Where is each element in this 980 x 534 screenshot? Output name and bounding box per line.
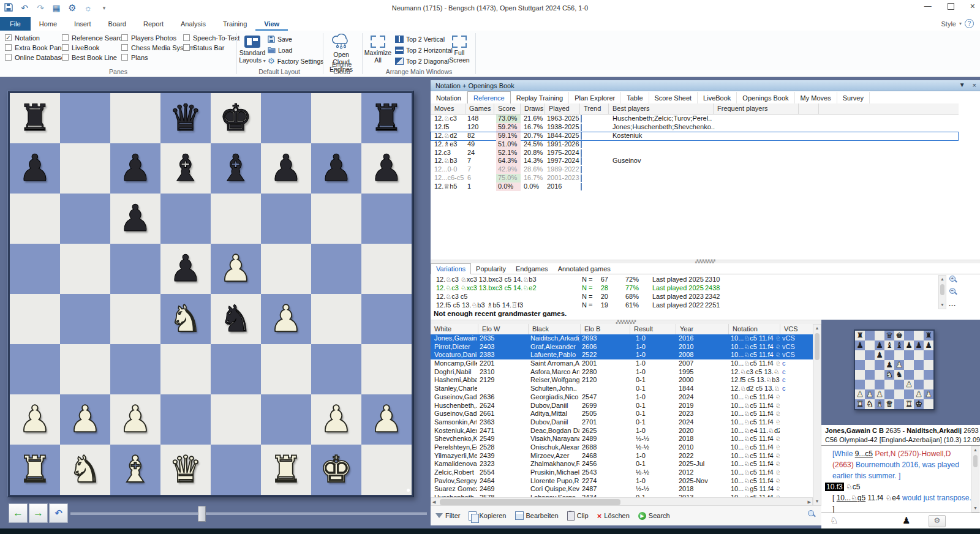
black-piece[interactable]: ♞ [894,370,904,380]
reference-row[interactable]: 12...c6-c5 6 75.0% 16.7% 2001-2023 [431,174,959,182]
square[interactable]: ♝ [894,340,904,350]
delete-button[interactable]: × Löschen [597,511,630,521]
board-resize-grip[interactable] [407,489,410,492]
square[interactable] [904,331,914,340]
black-piece[interactable]: ♟ [914,340,924,350]
square[interactable]: ♟ [361,394,412,445]
clip-button[interactable]: Clip [567,511,589,521]
panel-tab[interactable]: Score Sheet [649,92,698,103]
square[interactable] [875,360,884,370]
col-best-players[interactable]: Best players [609,103,714,114]
square[interactable]: ♜ [855,331,865,340]
square[interactable]: ♚ [914,399,924,409]
square[interactable]: ♟ [875,340,884,350]
ribbon-checkbox[interactable]: Online Database [5,54,66,61]
variations-tab[interactable]: Popularity [471,264,511,274]
square[interactable] [904,350,914,360]
layout-save-button[interactable]: Save [268,34,292,43]
reference-row[interactable]: 12.♘c3 148 73.0% 21.6% 1963-2025 Huschen… [431,115,959,123]
black-piece[interactable]: ♟ [855,340,865,350]
black-piece[interactable]: ♟ [361,143,412,194]
ribbon-checkbox[interactable]: Best Book Line [62,54,126,61]
ribbon-checkbox[interactable]: Notation [5,34,66,41]
square[interactable] [924,370,933,380]
panel-tab[interactable]: My Moves [795,92,837,103]
scroll-left-icon[interactable]: ◀ [432,498,435,506]
square[interactable] [60,294,110,344]
square[interactable] [10,244,60,294]
white-knight-icon[interactable]: ♘ [830,515,838,526]
square[interactable]: ♟ [875,350,884,360]
square[interactable]: ♟ [211,244,261,294]
square[interactable]: ♚ [894,331,904,340]
takeback-button[interactable]: ↶ [49,503,68,523]
black-piece[interactable]: ♝ [211,143,261,194]
square[interactable] [10,194,60,244]
square[interactable] [60,194,110,244]
game-row[interactable]: Suarez Gomez,.. 2469 Cori Quispe,Kevi.. … [431,485,813,494]
square[interactable]: ♟ [10,143,60,194]
black-piece[interactable]: ♟ [10,143,60,194]
square[interactable] [894,350,904,360]
black-piece[interactable]: ♞ [211,294,261,344]
square[interactable] [924,399,933,409]
square[interactable]: ♛ [160,445,211,495]
square[interactable] [865,340,875,350]
white-piece[interactable]: ♟ [855,389,865,399]
white-piece[interactable]: ♟ [10,394,60,445]
annotation-text[interactable]: [While 9...c5 Pert,N (2570)-Howell,D (26… [821,446,980,514]
layout-load-button[interactable]: Load [268,45,292,55]
square[interactable] [60,244,110,294]
square[interactable] [865,331,875,340]
square[interactable] [361,344,412,394]
col-trend[interactable]: Trend [580,103,609,114]
square[interactable] [884,389,894,399]
square[interactable] [60,93,110,143]
ribbon-tab[interactable]: Training [214,17,255,31]
square[interactable]: ♟ [855,389,865,399]
square[interactable]: ♟ [160,244,211,294]
square[interactable] [10,294,60,344]
panel-caption[interactable]: Notation + Openings Book [431,80,980,91]
panel-tab[interactable]: LiveBook [698,92,737,103]
square[interactable] [924,350,933,360]
square[interactable] [211,344,261,394]
col-frequent-players[interactable]: Frequent players [714,103,799,114]
ribbon-tab[interactable]: File [0,17,31,31]
white-piece[interactable]: ♟ [914,389,924,399]
game-row[interactable]: Shevchenko,Kir.. 2549 Visakh,Narayana.. … [431,435,813,443]
col-year[interactable]: Year [676,324,729,334]
preview-chess-board[interactable]: ♜♛♚♜♟♟♝♝♟♟♟♟♟♟♞♞♟♟♟♟♟♟♜♞♝♛♜♚ [854,329,935,410]
game-row[interactable]: Zelcic,Robert 2554 Prusikin,Michael 2543… [431,468,813,477]
style-menu[interactable]: Style ▾ ? [941,19,974,28]
variations-tab[interactable]: Endgames [511,264,553,274]
square[interactable] [855,380,865,389]
square[interactable] [110,344,160,394]
black-piece[interactable]: ♟ [875,350,884,360]
black-piece[interactable]: ♜ [924,331,933,340]
game-row[interactable]: Huschenbeth,.. 2624 Dubov,Daniil 2699 0-… [431,402,813,410]
scroll-down-icon[interactable]: ▼ [972,505,979,512]
square[interactable] [884,380,894,389]
square[interactable] [261,394,311,445]
game-row[interactable]: Perelshteyn,Eu.. 2528 Onischuk,Alexan.. … [431,443,813,452]
gear-icon[interactable]: ⚙ [67,2,77,13]
game-row[interactable]: Stanley,Charles.. Schulten,John.. 0-1 18… [431,385,813,393]
white-piece[interactable]: ♟ [875,389,884,399]
reference-row[interactable]: 12...0-0 7 42.9% 28.6% 1989-2022 [431,165,959,174]
arrange-option[interactable]: Top 2 Diagonal [395,56,453,66]
main-chess-board[interactable]: ♜♛♚♜♟♟♝♝♟♟♟♟♟♟♞♞♟♟♟♟♟♟♜♞♝♛♜♚ [7,91,414,497]
game-position-slider-thumb[interactable] [198,506,206,522]
panel-close-icon[interactable]: × [973,81,976,89]
game-row[interactable]: Hashemi,Abbas 2129 Reiser,Wolfgang 2120 … [431,376,813,385]
square[interactable] [361,445,412,495]
white-piece[interactable]: ♟ [311,394,361,445]
white-piece[interactable]: ♟ [865,389,875,399]
square[interactable]: ♟ [311,143,361,194]
black-piece[interactable]: ♝ [160,143,211,194]
square[interactable]: ♜ [924,331,933,340]
zoom-out-button[interactable]: − [949,287,957,297]
square[interactable]: ♚ [211,93,261,143]
ribbon-tab[interactable]: Board [100,17,135,31]
square[interactable] [865,350,875,360]
